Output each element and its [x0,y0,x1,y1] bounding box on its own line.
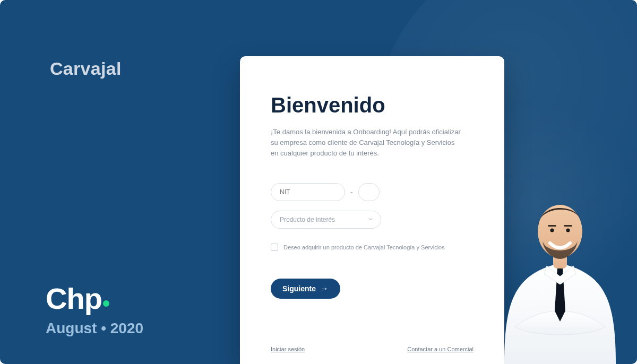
product-row: Producto de interés [271,211,474,229]
product-select[interactable]: Producto de interés [271,211,381,229]
card-title: Bienvenido [271,93,474,117]
chp-logo: Chp [46,281,143,316]
nit-separator: - [350,188,353,196]
brand-title: Carvajal [50,58,122,79]
product-select-label: Producto de interés [280,216,335,223]
nit-input[interactable] [271,183,345,201]
onboarding-card: Bienvenido ¡Te damos la bienvenida a Onb… [240,56,504,364]
consent-row: Deseo adquirir un producto de Carvajal T… [271,244,474,251]
stage: Carvajal Chp August • 2020 Bienvenido ¡T… [0,0,637,364]
consent-label: Deseo adquirir un producto de Carvajal T… [283,244,445,250]
login-link[interactable]: Iniciar sesión [271,346,305,352]
nit-row: - [271,183,474,201]
chp-logo-text: Chp [46,282,102,315]
product-select-button[interactable]: Producto de interés [271,211,381,229]
consent-checkbox[interactable] [271,244,278,251]
card-footer-links: Iniciar sesión Contactar a un Comercial [271,346,474,352]
next-button[interactable]: Siguiente → [271,279,340,299]
next-button-label: Siguiente [282,284,316,293]
chp-block: Chp August • 2020 [46,281,143,337]
chp-dot-icon [103,300,109,307]
card-lead: ¡Te damos la bienvenida a Onboarding! Aq… [271,127,462,159]
arrow-right-icon: → [320,284,329,293]
chp-date: August • 2020 [46,320,143,337]
nit-suffix-input[interactable] [358,183,380,201]
contact-sales-link[interactable]: Contactar a un Comercial [407,346,474,352]
form-fields: - Producto de interés Deseo adquirir un … [271,183,474,299]
